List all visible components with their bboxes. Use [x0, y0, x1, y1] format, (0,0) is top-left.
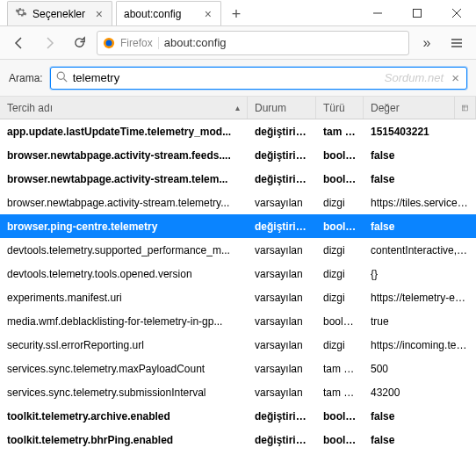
tab-options[interactable]: Seçenekler × [7, 1, 112, 25]
pref-status-cell: değiştirilmiş [248, 126, 316, 138]
pref-type-cell: tam sayı [316, 363, 364, 375]
maximize-button[interactable] [397, 0, 436, 26]
titlebar: Seçenekler × about:config × + [0, 0, 476, 26]
close-icon[interactable]: × [94, 7, 105, 21]
column-header-name[interactable]: Tercih adı ▴ [0, 97, 248, 119]
pref-status-cell: değiştirilmiş [248, 410, 316, 422]
tab-label: Seçenekler [32, 8, 89, 20]
pref-status-cell: değiştirilmiş [248, 220, 316, 233]
search-icon [56, 70, 68, 86]
window-controls [357, 0, 476, 25]
navbar: Firefox about:config » [0, 26, 476, 60]
minimize-button[interactable] [357, 0, 397, 26]
pref-value-cell: https://tiles.services.... [364, 197, 476, 209]
pref-value-cell: 43200 [364, 386, 476, 399]
table-row[interactable]: experiments.manifest.urivarsayılandizgih… [0, 285, 476, 309]
pref-type-cell: dizgi [316, 292, 364, 304]
forward-button[interactable] [37, 31, 61, 55]
pref-table[interactable]: app.update.lastUpdateTime.telemetry_mod.… [0, 119, 476, 455]
menu-button[interactable] [444, 31, 469, 55]
pref-status-cell: değiştirilmiş [248, 173, 316, 185]
pref-name-cell: browser.newtabpage.activity-stream.telem… [0, 173, 248, 185]
pref-name-cell: security.ssl.errorReporting.url [0, 339, 248, 351]
pref-status-cell: varsayılan [248, 386, 316, 399]
table-row[interactable]: browser.ping-centre.telemetrydeğiştirilm… [0, 214, 476, 238]
pref-type-cell: boolean [316, 220, 364, 233]
pref-name-cell: services.sync.telemetry.maxPayloadCount [0, 363, 248, 375]
pref-value-cell: {} [364, 268, 476, 280]
table-row[interactable]: media.wmf.deblacklisting-for-telemetry-i… [0, 309, 476, 333]
table-row[interactable]: browser.newtabpage.activity-stream.feeds… [0, 143, 476, 167]
pref-status-cell: varsayılan [248, 268, 316, 280]
search-input[interactable] [73, 71, 445, 84]
pref-name-cell: experiments.manifest.uri [0, 292, 248, 304]
tab-aboutconfig[interactable]: about:config × [116, 1, 221, 25]
pref-type-cell: boolean [316, 315, 364, 328]
pref-name-cell: browser.newtabpage.activity-stream.telem… [0, 197, 248, 209]
pref-type-cell: dizgi [316, 339, 364, 351]
pref-status-cell: varsayılan [248, 339, 316, 351]
table-row[interactable]: security.ssl.errorReporting.urlvarsayıla… [0, 333, 476, 357]
table-row[interactable]: toolkit.telemetry.bhrPing.enableddeğişti… [0, 428, 476, 451]
pref-type-cell: boolean [316, 149, 364, 162]
pref-name-cell: services.sync.telemetry.submissionInterv… [0, 386, 248, 399]
pref-name-cell: browser.newtabpage.activity-stream.feeds… [0, 149, 248, 162]
close-window-button[interactable] [436, 0, 476, 26]
close-icon[interactable]: × [203, 7, 213, 21]
pref-type-cell: dizgi [316, 268, 364, 280]
new-tab-button[interactable]: + [225, 3, 248, 25]
pref-value-cell: false [364, 410, 476, 422]
table-row[interactable]: devtools.telemetry.tools.opened.versionv… [0, 262, 476, 285]
svg-point-2 [106, 40, 112, 46]
column-header-value[interactable]: Değer [364, 97, 455, 119]
clear-search-button[interactable]: × [450, 70, 461, 85]
column-picker-button[interactable] [455, 97, 476, 119]
sort-asc-icon: ▴ [235, 103, 240, 112]
product-label: Firefox [120, 37, 159, 49]
column-headers: Tercih adı ▴ Durum Türü Değer [0, 97, 476, 119]
pref-value-cell: true [364, 315, 476, 328]
pref-value-cell: https://incoming.tele... [364, 339, 476, 351]
pref-type-cell: tam sayı [316, 126, 364, 138]
pref-status-cell: değiştirilmiş [248, 434, 316, 446]
pref-type-cell: boolean [316, 410, 364, 422]
search-row: Arama: Sordum.net × [0, 60, 476, 97]
tabs: Seçenekler × about:config × + [0, 0, 357, 25]
search-label: Arama: [9, 72, 43, 84]
back-button[interactable] [7, 31, 32, 55]
reload-button[interactable] [67, 31, 91, 55]
pref-type-cell: boolean [316, 434, 364, 446]
pref-value-cell: false [364, 220, 476, 233]
overflow-button[interactable]: » [415, 31, 439, 55]
pref-type-cell: boolean [316, 173, 364, 185]
pref-status-cell: varsayılan [248, 197, 316, 209]
pref-value-cell: https://telemetry-exp... [364, 292, 476, 304]
table-row[interactable]: toolkit.telemetry.archive.enableddeğişti… [0, 404, 476, 428]
pref-name-cell: toolkit.telemetry.bhrPing.enabled [0, 434, 248, 446]
pref-name-cell: browser.ping-centre.telemetry [0, 220, 248, 233]
search-box[interactable]: Sordum.net × [50, 67, 467, 90]
table-row[interactable]: devtools.telemetry.supported_performance… [0, 238, 476, 262]
gear-icon [15, 6, 27, 21]
pref-type-cell: dizgi [316, 244, 364, 256]
table-row[interactable]: services.sync.telemetry.maxPayloadCountv… [0, 357, 476, 380]
table-row[interactable]: toolkit.telemetry.cachedClientIDdeğiştir… [0, 451, 476, 455]
pref-value-cell: false [364, 434, 476, 446]
pref-status-cell: varsayılan [248, 292, 316, 304]
url-bar[interactable]: Firefox about:config [97, 31, 409, 55]
table-row[interactable]: services.sync.telemetry.submissionInterv… [0, 380, 476, 404]
table-row[interactable]: browser.newtabpage.activity-stream.telem… [0, 167, 476, 191]
pref-value-cell: false [364, 173, 476, 185]
svg-rect-4 [463, 105, 468, 111]
url-text: about:config [164, 36, 403, 49]
pref-status-cell: değiştirilmiş [248, 149, 316, 162]
pref-status-cell: varsayılan [248, 363, 316, 375]
pref-value-cell: contentInteractive,na... [364, 244, 476, 256]
column-header-type[interactable]: Türü [316, 97, 364, 119]
pref-status-cell: varsayılan [248, 315, 316, 328]
pref-type-cell: dizgi [316, 197, 364, 209]
table-row[interactable]: browser.newtabpage.activity-stream.telem… [0, 191, 476, 214]
pref-name-cell: media.wmf.deblacklisting-for-telemetry-i… [0, 315, 248, 328]
column-header-status[interactable]: Durum [248, 97, 316, 119]
table-row[interactable]: app.update.lastUpdateTime.telemetry_mod.… [0, 119, 476, 143]
